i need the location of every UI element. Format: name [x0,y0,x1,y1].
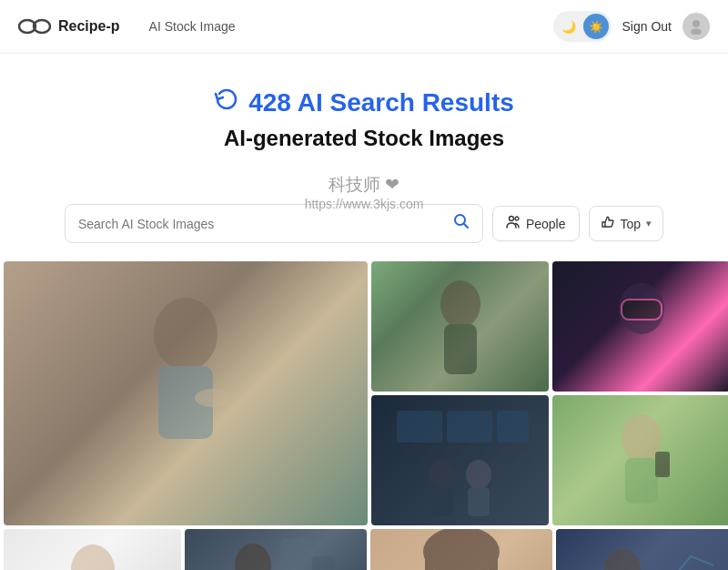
result-count: 428 AI Search Results [18,87,710,118]
refresh-icon [214,87,239,118]
svg-line-5 [463,224,468,229]
sun-button[interactable]: ☀️ [583,14,609,39]
svg-point-35 [604,549,641,570]
image-card-woman-white[interactable] [4,529,181,570]
svg-rect-33 [425,552,434,570]
logo-area: Recipe-p AI Stock Image [18,17,236,36]
image-card-phone-woman[interactable] [552,395,728,525]
count-text: 428 AI Search Results [248,88,514,117]
svg-rect-21 [468,487,490,516]
svg-rect-24 [655,452,670,477]
svg-point-10 [195,389,231,407]
people-label: People [526,217,566,231]
svg-rect-15 [397,411,442,443]
image-card-man-garden[interactable] [371,261,549,392]
image-card-woman-face[interactable] [370,529,552,570]
nav-ai-stock[interactable]: AI Stock Image [149,19,236,34]
svg-point-18 [430,460,455,489]
svg-rect-34 [489,552,498,570]
svg-rect-23 [625,458,658,504]
search-bar-row: People Top ▾ [0,204,728,261]
top-sort-button[interactable]: Top ▾ [589,206,664,241]
svg-point-11 [440,280,480,328]
hero-subtitle: AI-generated Stock Images [18,126,710,151]
thumbs-up-icon [601,215,615,232]
header: Recipe-p AI Stock Image 🌙 ☀️ Sign Out [0,0,728,54]
avatar[interactable] [682,13,710,40]
sign-out-button[interactable]: Sign Out [622,19,672,34]
svg-rect-27 [280,538,308,570]
svg-point-20 [466,460,491,489]
image-card-finance-man[interactable] [556,529,728,570]
people-icon [506,215,521,232]
svg-rect-17 [497,411,529,443]
gallery-bottom [0,529,728,570]
svg-point-32 [423,529,500,570]
header-right: 🌙 ☀️ Sign Out [553,11,710,42]
search-icon[interactable] [453,213,470,234]
watermark-text: 科技师 ❤ [305,173,424,197]
svg-point-8 [154,298,217,371]
search-bar [65,204,483,243]
image-card-old-man[interactable] [4,261,368,525]
svg-rect-12 [444,324,477,374]
svg-rect-19 [431,487,453,516]
svg-rect-14 [622,300,662,320]
hero-section: 428 AI Search Results AI-generated Stock… [0,54,728,204]
chevron-down-icon: ▾ [646,218,652,229]
theme-toggle[interactable]: 🌙 ☀️ [553,11,612,42]
gallery-top [0,261,728,529]
svg-rect-16 [447,411,492,443]
top-label: Top [621,217,642,231]
svg-point-3 [691,29,702,36]
logo-text: Recipe-p [58,18,120,35]
people-filter-button[interactable]: People [492,206,580,241]
svg-point-25 [71,545,115,570]
svg-point-2 [693,20,700,27]
image-card-control-room[interactable] [371,395,549,525]
logo-icon [18,17,51,36]
search-input[interactable] [78,217,453,231]
svg-point-7 [515,217,519,220]
image-card-factory-man[interactable] [185,529,367,570]
svg-rect-28 [312,556,335,570]
svg-point-6 [509,217,513,221]
image-card-vr-woman[interactable] [552,261,728,392]
svg-point-29 [235,544,271,570]
moon-button[interactable]: 🌙 [556,14,581,39]
